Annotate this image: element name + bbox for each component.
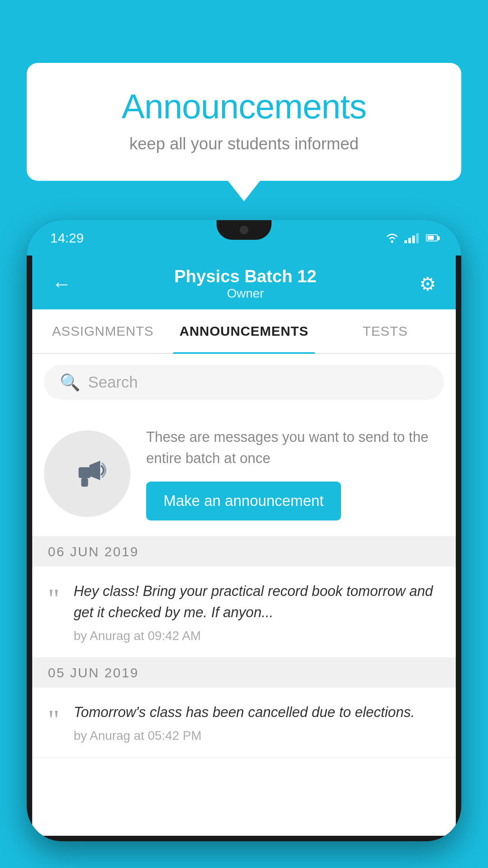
tab-announcements[interactable]: ANNOUNCEMENTS	[173, 309, 314, 353]
search-icon: 🔍	[60, 373, 80, 392]
announcement-item-1[interactable]: " Hey class! Bring your practical record…	[32, 566, 456, 658]
announcement-meta-1: by Anurag at 09:42 AM	[73, 629, 440, 643]
status-time: 14:29	[50, 230, 84, 246]
announcement-text-block-1: Hey class! Bring your practical record b…	[73, 581, 440, 643]
prompt-right: These are messages you want to send to t…	[146, 427, 444, 520]
svg-rect-3	[81, 478, 88, 487]
phone-notch	[216, 220, 272, 240]
megaphone-icon	[66, 452, 109, 495]
app-header: ← Physics Batch 12 Owner ⚙	[32, 256, 456, 309]
date-separator-1: 06 JUN 2019	[32, 537, 456, 566]
tab-tests[interactable]: TESTS	[315, 309, 456, 353]
camera	[240, 226, 248, 234]
make-announcement-button[interactable]: Make an announcement	[146, 482, 341, 520]
status-icons	[385, 232, 438, 243]
back-button[interactable]: ←	[52, 272, 72, 295]
date-separator-2: 05 JUN 2019	[32, 658, 456, 688]
speech-bubble: Announcements keep all your students inf…	[27, 63, 461, 181]
tabs-bar: ASSIGNMENTS ANNOUNCEMENTS TESTS	[32, 309, 456, 354]
megaphone-circle	[44, 430, 130, 517]
search-bar[interactable]: 🔍 Search	[44, 365, 444, 400]
quote-icon-1: "	[48, 585, 59, 613]
prompt-description: These are messages you want to send to t…	[146, 427, 444, 469]
svg-marker-1	[90, 461, 101, 480]
status-bar: 14:29	[27, 220, 461, 256]
phone-wrapper: 14:29	[27, 220, 461, 868]
header-role-subtitle: Owner	[174, 286, 317, 301]
announcement-prompt-section: These are messages you want to send to t…	[32, 411, 456, 537]
announcement-body-1: Hey class! Bring your practical record b…	[73, 581, 440, 623]
svg-rect-2	[79, 467, 91, 478]
signal-icon	[404, 232, 419, 243]
search-placeholder: Search	[88, 373, 138, 391]
header-title: Physics Batch 12	[174, 267, 317, 286]
phone-screen: ← Physics Batch 12 Owner ⚙ ASSIGNMENTS A…	[32, 256, 456, 836]
svg-point-0	[391, 241, 393, 243]
announcement-meta-2: by Anurag at 05:42 PM	[73, 728, 415, 743]
announcement-body-2: Tomorrow's class has been cancelled due …	[73, 702, 415, 723]
quote-icon-2: "	[48, 706, 59, 734]
speech-bubble-container: Announcements keep all your students inf…	[27, 63, 461, 181]
bubble-subtitle: keep all your students informed	[58, 134, 430, 153]
tab-assignments[interactable]: ASSIGNMENTS	[32, 309, 173, 353]
bubble-title: Announcements	[58, 86, 430, 127]
header-center: Physics Batch 12 Owner	[174, 267, 317, 301]
settings-gear-icon[interactable]: ⚙	[419, 273, 436, 295]
announcement-item-2[interactable]: " Tomorrow's class has been cancelled du…	[32, 688, 456, 758]
battery-icon	[426, 234, 438, 241]
phone-device: 14:29	[27, 220, 461, 841]
wifi-icon	[385, 232, 399, 243]
announcement-text-block-2: Tomorrow's class has been cancelled due …	[73, 702, 415, 743]
